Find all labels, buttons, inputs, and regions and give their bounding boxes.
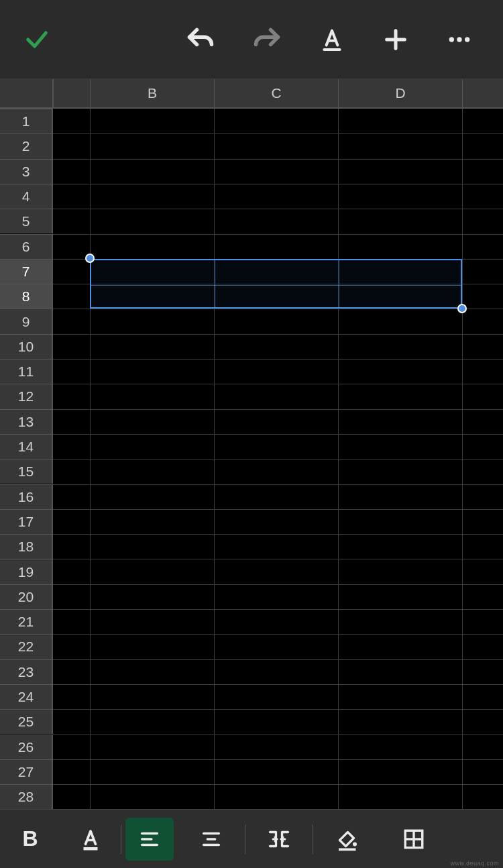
col-label: C xyxy=(271,85,281,101)
row-label: 24 xyxy=(18,689,34,705)
row-label: 22 xyxy=(18,639,34,655)
selection-handle-tl[interactable] xyxy=(85,254,95,263)
svg-rect-14 xyxy=(339,848,356,851)
svg-point-13 xyxy=(353,842,357,846)
svg-point-4 xyxy=(457,37,461,42)
row-header-28[interactable]: 28 xyxy=(0,784,53,809)
row-label: 27 xyxy=(18,764,34,780)
confirm-button[interactable] xyxy=(23,26,50,53)
align-left-icon xyxy=(138,828,161,851)
add-button[interactable] xyxy=(382,26,409,53)
watermark: www.deuaq.com xyxy=(450,860,499,867)
select-all-corner[interactable] xyxy=(0,79,53,109)
merge-icon xyxy=(267,827,291,851)
spreadsheet-grid[interactable]: B C D 1 2 3 4 5 6 7 8 9 10 11 12 13 14 1… xyxy=(0,79,503,809)
font-format-button[interactable] xyxy=(319,26,345,53)
font-a-underline-icon xyxy=(319,26,345,53)
row-label: 13 xyxy=(18,414,34,430)
row-label: 12 xyxy=(18,388,34,404)
row-header-19[interactable]: 19 xyxy=(0,559,53,584)
fill-bucket-icon xyxy=(335,827,359,851)
top-toolbar xyxy=(0,0,503,79)
align-left-button[interactable] xyxy=(125,818,174,861)
row-header-3[interactable]: 3 xyxy=(0,159,53,184)
row-label: 7 xyxy=(22,264,30,280)
row-label: 16 xyxy=(18,489,34,505)
row-label: 10 xyxy=(18,339,34,355)
undo-button[interactable] xyxy=(186,25,215,54)
fill-color-button[interactable] xyxy=(313,818,380,861)
dots-icon xyxy=(446,26,473,53)
row-label: 17 xyxy=(18,514,34,530)
borders-button[interactable] xyxy=(380,818,447,861)
row-header-24[interactable]: 24 xyxy=(0,684,53,709)
align-center-button[interactable] xyxy=(178,818,245,861)
align-center-icon xyxy=(200,828,223,851)
row-label: 15 xyxy=(18,464,34,480)
row-label: 28 xyxy=(18,789,34,805)
row-header-10[interactable]: 10 xyxy=(0,334,53,359)
row-header-20[interactable]: 20 xyxy=(0,584,53,609)
row-header-23[interactable]: 23 xyxy=(0,659,53,684)
row-header-4[interactable]: 4 xyxy=(0,184,53,209)
bold-icon: B xyxy=(22,826,38,851)
row-header-27[interactable]: 27 xyxy=(0,759,53,784)
row-label: 4 xyxy=(22,188,30,205)
row-label: 8 xyxy=(22,288,30,305)
row-label: 21 xyxy=(18,614,34,630)
row-label: 3 xyxy=(22,164,30,180)
merge-cells-button[interactable] xyxy=(245,818,313,861)
check-icon xyxy=(23,26,50,53)
row-header-1[interactable]: 1 xyxy=(0,109,53,133)
row-header-12[interactable]: 12 xyxy=(0,384,53,409)
row-header-25[interactable]: 25 xyxy=(0,709,53,734)
row-header-14[interactable]: 14 xyxy=(0,434,53,459)
row-header-18[interactable]: 18 xyxy=(0,534,53,559)
cell-area[interactable] xyxy=(53,109,503,809)
col-header-A-partial[interactable] xyxy=(53,79,90,109)
row-label: 5 xyxy=(22,213,30,229)
plus-icon xyxy=(382,26,409,53)
row-header-17[interactable]: 17 xyxy=(0,509,53,534)
col-header-D[interactable]: D xyxy=(338,79,462,109)
row-label: 2 xyxy=(22,138,30,154)
text-color-button[interactable] xyxy=(60,818,121,861)
row-label: 23 xyxy=(18,664,34,680)
row-header-11[interactable]: 11 xyxy=(0,359,53,384)
toolbar-divider xyxy=(121,824,121,854)
row-label: 11 xyxy=(18,364,34,380)
row-header-2[interactable]: 2 xyxy=(0,133,53,158)
row-header-16[interactable]: 16 xyxy=(0,484,53,509)
row-header-6[interactable]: 6 xyxy=(0,234,53,259)
row-header-15[interactable]: 15 xyxy=(0,459,53,484)
row-header-5[interactable]: 5 xyxy=(0,209,53,233)
row-label: 9 xyxy=(22,314,30,330)
row-header-26[interactable]: 26 xyxy=(0,735,53,759)
col-label: B xyxy=(148,85,157,101)
selection-handle-br[interactable] xyxy=(457,304,467,313)
row-header-13[interactable]: 13 xyxy=(0,409,53,434)
col-header-E-partial[interactable] xyxy=(462,79,503,109)
redo-button[interactable] xyxy=(252,25,282,54)
svg-rect-6 xyxy=(84,847,98,851)
row-label: 18 xyxy=(18,539,34,555)
row-header-8[interactable]: 8 xyxy=(0,284,53,309)
row-label: 14 xyxy=(18,439,34,455)
row-header-21[interactable]: 21 xyxy=(0,609,53,634)
col-header-B[interactable]: B xyxy=(90,79,214,109)
bold-button[interactable]: B xyxy=(0,818,60,861)
row-label: 1 xyxy=(22,113,30,129)
row-header-22[interactable]: 22 xyxy=(0,634,53,659)
col-label: D xyxy=(395,85,405,101)
undo-icon xyxy=(186,25,215,54)
row-label: 6 xyxy=(22,239,30,255)
col-header-C[interactable]: C xyxy=(214,79,338,109)
row-header-7[interactable]: 7 xyxy=(0,259,53,284)
redo-icon xyxy=(252,25,282,54)
svg-point-3 xyxy=(449,37,454,42)
borders-icon xyxy=(402,828,425,851)
row-label: 19 xyxy=(18,564,34,580)
svg-point-5 xyxy=(465,37,469,42)
row-header-9[interactable]: 9 xyxy=(0,309,53,333)
more-button[interactable] xyxy=(446,26,473,53)
